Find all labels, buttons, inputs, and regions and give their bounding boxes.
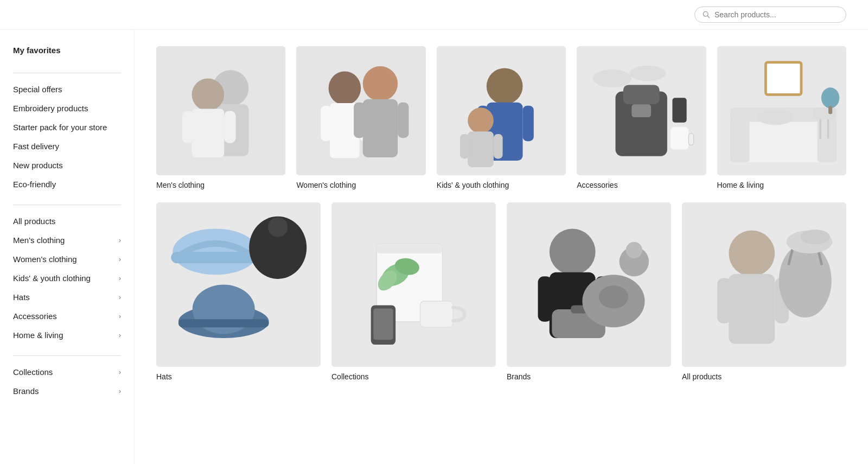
svg-point-23 xyxy=(468,107,494,134)
svg-rect-45 xyxy=(828,106,832,114)
svg-rect-25 xyxy=(460,134,469,158)
card-label-home: Home & living xyxy=(717,181,846,189)
sidebar-item-home-living[interactable]: Home & living › xyxy=(0,326,134,345)
sidebar-item-all-products[interactable]: All products xyxy=(0,212,134,231)
svg-point-66 xyxy=(550,229,596,275)
sidebar-item-special-offers[interactable]: Special offers xyxy=(0,80,134,99)
card-image-collections xyxy=(331,202,496,367)
svg-point-81 xyxy=(779,244,832,317)
sidebar-item-womens-clothing[interactable]: Women's clothing › xyxy=(0,250,134,269)
svg-rect-78 xyxy=(729,274,775,344)
sidebar-item-new-products[interactable]: New products xyxy=(0,156,134,175)
svg-rect-16 xyxy=(354,103,365,138)
svg-rect-17 xyxy=(398,103,409,138)
svg-rect-26 xyxy=(494,134,503,158)
sidebar-divider-3 xyxy=(13,355,121,356)
product-grid-row2: Hats xyxy=(156,202,846,381)
svg-line-1 xyxy=(707,16,710,18)
svg-point-31 xyxy=(593,69,632,87)
svg-point-73 xyxy=(599,285,629,308)
svg-rect-39 xyxy=(730,117,749,162)
product-card-kids[interactable]: Kids' & youth clothing xyxy=(437,46,566,189)
search-icon xyxy=(703,11,710,18)
chevron-icon: › xyxy=(119,368,121,376)
sidebar-item-eco-friendly[interactable]: Eco-friendly xyxy=(0,175,134,194)
svg-point-5 xyxy=(192,79,225,111)
card-label-allproducts: All products xyxy=(682,372,846,381)
svg-rect-79 xyxy=(717,278,731,323)
svg-rect-62 xyxy=(420,301,454,327)
product-card-womens[interactable]: Women's clothing xyxy=(296,46,425,189)
sidebar: My favorites Special offers Embroidery p… xyxy=(0,30,135,464)
search-input[interactable] xyxy=(714,10,838,19)
sidebar-item-hats[interactable]: Hats › xyxy=(0,288,134,307)
sidebar-bottom-categories: Collections › Brands › xyxy=(0,363,134,407)
card-label-brands: Brands xyxy=(507,372,671,381)
main-layout: My favorites Special offers Embroidery p… xyxy=(0,30,868,464)
sidebar-item-collections[interactable]: Collections › xyxy=(0,363,134,382)
svg-rect-46 xyxy=(765,62,801,95)
product-card-hats[interactable]: Hats xyxy=(156,202,321,381)
svg-rect-7 xyxy=(182,111,194,143)
sidebar-item-mens-clothing[interactable]: Men's clothing › xyxy=(0,231,134,250)
card-image-allproducts xyxy=(682,202,846,367)
card-label-kids: Kids' & youth clothing xyxy=(437,181,566,189)
svg-rect-33 xyxy=(673,98,687,122)
product-card-home[interactable]: Home & living xyxy=(717,46,846,189)
card-label-hats: Hats xyxy=(156,372,321,381)
product-grid-row1: Men's clothing xyxy=(156,46,846,189)
product-card-collections[interactable]: Collections xyxy=(331,202,496,381)
chevron-icon: › xyxy=(119,256,121,263)
card-image-hats xyxy=(156,202,321,367)
svg-point-47 xyxy=(757,110,793,125)
svg-rect-50 xyxy=(171,252,260,263)
svg-point-77 xyxy=(729,231,775,277)
svg-rect-55 xyxy=(178,320,269,328)
svg-rect-24 xyxy=(468,131,494,167)
svg-rect-34 xyxy=(671,127,688,150)
sidebar-quick-links: Special offers Embroidery products Start… xyxy=(0,80,134,200)
svg-point-19 xyxy=(487,68,523,105)
content-area: Men's clothing xyxy=(135,30,868,464)
chevron-icon: › xyxy=(119,237,121,244)
svg-rect-15 xyxy=(363,99,398,157)
svg-rect-58 xyxy=(376,244,442,253)
svg-rect-30 xyxy=(632,104,652,117)
svg-rect-8 xyxy=(224,111,235,143)
svg-point-32 xyxy=(630,66,666,81)
svg-point-52 xyxy=(268,218,288,237)
product-card-allproducts[interactable]: All products xyxy=(682,202,846,381)
svg-point-85 xyxy=(800,230,830,244)
svg-rect-64 xyxy=(373,309,393,340)
sidebar-item-starter-pack[interactable]: Starter pack for your store xyxy=(0,118,134,137)
svg-rect-35 xyxy=(688,134,694,145)
svg-rect-42 xyxy=(819,119,821,139)
sidebar-categories: All products Men's clothing › Women's cl… xyxy=(0,212,134,351)
svg-rect-12 xyxy=(321,106,331,142)
card-image-home xyxy=(717,46,846,175)
card-image-accessories xyxy=(577,46,706,175)
chevron-icon: › xyxy=(119,387,121,395)
chevron-icon: › xyxy=(119,332,121,339)
sidebar-item-accessories[interactable]: Accessories › xyxy=(0,307,134,326)
sidebar-item-favorites[interactable]: My favorites xyxy=(0,41,134,60)
svg-rect-6 xyxy=(192,109,225,157)
card-label-accessories: Accessories xyxy=(577,181,706,189)
card-label-womens: Women's clothing xyxy=(296,181,425,189)
card-image-mens xyxy=(156,46,285,175)
sidebar-item-embroidery[interactable]: Embroidery products xyxy=(0,99,134,118)
card-image-brands xyxy=(507,202,671,367)
sidebar-divider-2 xyxy=(13,205,121,205)
chevron-icon: › xyxy=(119,275,121,282)
product-card-accessories[interactable]: Accessories xyxy=(577,46,706,189)
sidebar-item-fast-delivery[interactable]: Fast delivery xyxy=(0,137,134,156)
product-card-mens[interactable]: Men's clothing xyxy=(156,46,285,189)
sidebar-item-brands[interactable]: Brands › xyxy=(0,382,134,401)
svg-rect-43 xyxy=(827,119,829,139)
top-bar xyxy=(0,0,868,30)
product-card-brands[interactable]: Brands xyxy=(507,202,671,381)
svg-point-14 xyxy=(363,66,398,101)
svg-point-10 xyxy=(329,71,361,105)
sidebar-item-kids-clothing[interactable]: Kids' & youth clothing › xyxy=(0,269,134,288)
chevron-icon: › xyxy=(119,313,121,320)
